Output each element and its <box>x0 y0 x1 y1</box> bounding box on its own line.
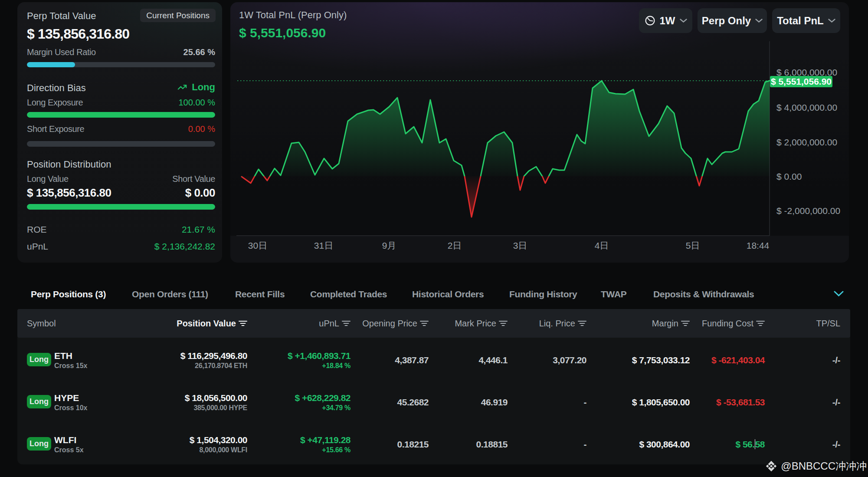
svg-text:$ 0.00: $ 0.00 <box>776 171 802 181</box>
svg-text:9月: 9月 <box>382 240 396 250</box>
svg-text:$ 2,000,000.00: $ 2,000,000.00 <box>776 137 837 147</box>
svg-text:4日: 4日 <box>595 240 609 250</box>
svg-text:31日: 31日 <box>314 240 333 250</box>
svg-text:$ -2,000,000.00: $ -2,000,000.00 <box>776 206 840 216</box>
svg-text:30日: 30日 <box>248 240 267 250</box>
svg-text:2日: 2日 <box>448 240 462 250</box>
svg-text:5日: 5日 <box>686 240 700 250</box>
svg-text:18:44: 18:44 <box>747 240 770 250</box>
svg-text:3日: 3日 <box>513 240 527 250</box>
svg-text:$ 6,000,000.00: $ 6,000,000.00 <box>776 67 837 77</box>
svg-text:$ 5,551,056.90: $ 5,551,056.90 <box>771 76 832 86</box>
svg-text:$ 4,000,000.00: $ 4,000,000.00 <box>776 102 837 112</box>
